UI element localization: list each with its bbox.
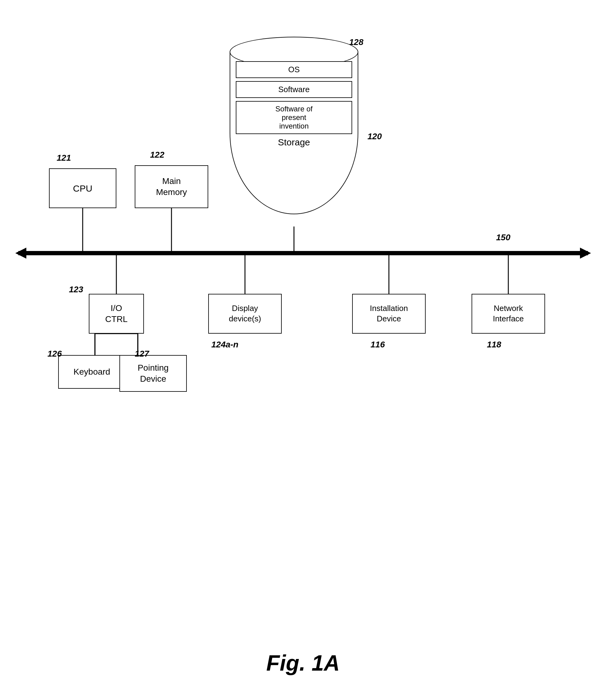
ref-118: 118 xyxy=(487,340,501,349)
software-invention-box: Software of present invention xyxy=(236,101,352,134)
display-device-box: Display device(s) xyxy=(208,294,282,334)
cpu-box: CPU xyxy=(49,168,116,208)
storage-label: Storage xyxy=(236,137,352,147)
storage-cylinder: OS Software Software of present inventio… xyxy=(230,37,358,226)
io-ctrl-box: I/O CTRL xyxy=(89,294,144,334)
ref-122: 122 xyxy=(150,150,164,160)
ref-124: 124a-n xyxy=(211,340,238,349)
software-box: Software xyxy=(236,81,352,98)
bus-line xyxy=(18,251,588,255)
ref-120: 120 xyxy=(368,131,382,141)
network-interface-box: Network Interface xyxy=(471,294,545,334)
keyboard-box: Keyboard xyxy=(58,355,125,389)
main-memory-box: Main Memory xyxy=(135,165,208,208)
pointing-device-box: Pointing Device xyxy=(119,355,187,392)
ref-126: 126 xyxy=(47,349,62,359)
installation-device-box: Installation Device xyxy=(352,294,426,334)
os-box: OS xyxy=(236,61,352,78)
ref-121: 121 xyxy=(57,153,71,163)
bus-arrow-right xyxy=(580,248,591,259)
cylinder-content: OS Software Software of present inventio… xyxy=(236,61,352,147)
ref-116: 116 xyxy=(371,340,385,349)
ref-123: 123 xyxy=(69,285,83,294)
ref-150: 150 xyxy=(496,233,510,242)
figure-label: Fig. 1A xyxy=(266,650,340,676)
diagram: 128 150 OS xyxy=(18,18,588,539)
bus-arrow-left xyxy=(15,248,26,259)
ref-127: 127 xyxy=(135,349,149,359)
